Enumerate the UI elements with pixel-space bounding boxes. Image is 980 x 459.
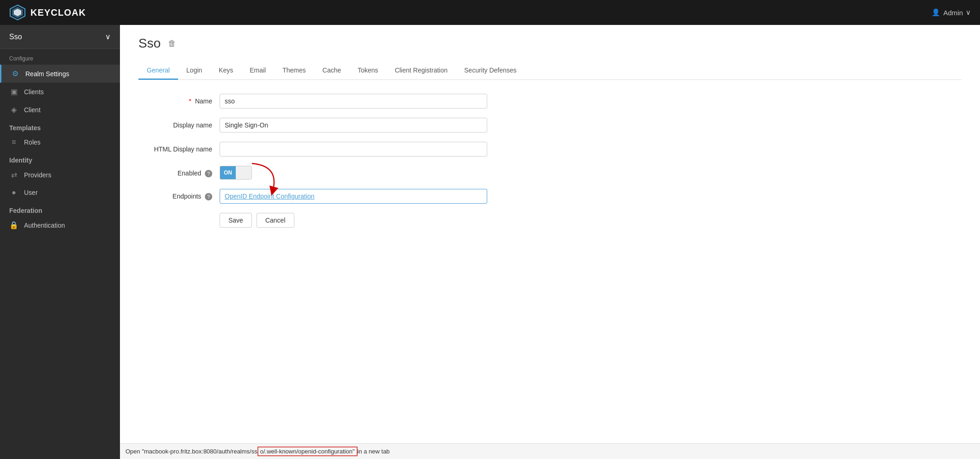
enabled-help-icon[interactable]: ?	[205, 170, 212, 177]
realm-selector[interactable]: Sso ∨	[0, 25, 120, 49]
sidebar-item-user[interactable]: ● User	[0, 184, 120, 201]
form-buttons: Save Cancel	[220, 213, 962, 228]
realm-settings-form: * Name Display name	[138, 94, 962, 228]
display-name-field-control	[220, 118, 487, 133]
lock-icon: 🔒	[9, 221, 18, 230]
realm-name: Sso	[9, 33, 22, 41]
realm-chevron-icon: ∨	[105, 32, 111, 41]
display-name-field-row: Display name	[138, 118, 962, 133]
clients-icon: ▣	[9, 87, 18, 96]
sidebar-item-label: Clients	[24, 88, 44, 96]
topbar: KEYCLOAK 👤 Admin ∨	[0, 0, 980, 25]
tab-tokens[interactable]: Tokens	[349, 62, 386, 80]
page-title-row: Sso 🗑	[138, 36, 962, 51]
sidebar-item-roles[interactable]: ≡ Roles	[0, 133, 120, 151]
sidebar-item-label: Client	[24, 106, 41, 114]
user-chevron-icon: ∨	[966, 8, 971, 17]
openid-endpoint-link[interactable]: OpenID Endpoint Configuration	[225, 193, 315, 200]
tab-general[interactable]: General	[138, 62, 178, 80]
identity-section-label: Identity	[0, 151, 120, 166]
tab-login[interactable]: Login	[178, 62, 210, 80]
name-field-row: * Name	[138, 94, 962, 109]
required-asterisk: *	[189, 97, 191, 105]
statusbar: Open "macbook-pro.fritz.box:8080/auth/re…	[120, 443, 980, 459]
endpoints-help-icon[interactable]: ?	[205, 193, 212, 200]
content-area: Sso 🗑 General Login Keys Email Themes	[120, 25, 980, 459]
roles-icon: ≡	[9, 138, 18, 146]
toggle-on-label: ON	[220, 166, 236, 179]
endpoints-label: Endpoints ?	[138, 189, 212, 200]
endpoints-field-row: Endpoints ? OpenID Endpoint Configuratio…	[138, 189, 962, 204]
federation-section-label: Federation	[0, 201, 120, 216]
save-button[interactable]: Save	[220, 213, 252, 228]
delete-realm-button[interactable]: 🗑	[168, 39, 176, 48]
endpoints-box: OpenID Endpoint Configuration	[220, 189, 487, 204]
name-label: * Name	[138, 94, 212, 105]
name-input[interactable]	[220, 94, 487, 109]
logo-text: KEYCLOAK	[30, 7, 86, 18]
html-display-name-input[interactable]	[220, 142, 487, 157]
enabled-toggle-control: ON	[220, 166, 487, 180]
display-name-input[interactable]	[220, 118, 487, 133]
sidebar: Sso ∨ Configure ⚙ Realm Settings ▣ Clien…	[0, 25, 120, 459]
enabled-field-row: Enabled ? ON	[138, 166, 962, 180]
tab-security-defenses[interactable]: Security Defenses	[456, 62, 525, 80]
main-layout: Sso ∨ Configure ⚙ Realm Settings ▣ Clien…	[0, 25, 980, 459]
page-title: Sso	[138, 36, 161, 51]
statusbar-highlight: o/.well-known/openid-configuration"	[257, 447, 358, 456]
tab-keys[interactable]: Keys	[210, 62, 241, 80]
tab-client-registration[interactable]: Client Registration	[387, 62, 456, 80]
html-display-name-label: HTML Display name	[138, 142, 212, 153]
display-name-label: Display name	[138, 118, 212, 129]
statusbar-prefix: Open "macbook-pro.fritz.box:8080/auth/re…	[125, 448, 257, 455]
sidebar-item-realm-settings[interactable]: ⚙ Realm Settings	[0, 65, 120, 83]
user-icon: ●	[9, 188, 18, 197]
user-name: Admin	[943, 9, 963, 17]
statusbar-suffix: in a new tab	[358, 448, 390, 455]
user-menu[interactable]: 👤 Admin ∨	[932, 8, 971, 17]
sidebar-item-client[interactable]: ◈ Client	[0, 101, 120, 119]
logo: KEYCLOAK	[9, 4, 86, 21]
sidebar-item-label: Authentication	[24, 222, 65, 229]
tab-cache[interactable]: Cache	[314, 62, 349, 80]
sidebar-item-label: User	[24, 189, 38, 196]
sidebar-item-authentication[interactable]: 🔒 Authentication	[0, 216, 120, 234]
settings-icon: ⚙	[11, 69, 20, 78]
enabled-toggle[interactable]: ON	[220, 166, 252, 180]
cancel-button[interactable]: Cancel	[257, 213, 294, 228]
sidebar-item-clients[interactable]: ▣ Clients	[0, 83, 120, 101]
sidebar-item-label: Roles	[24, 139, 41, 146]
sidebar-item-label: Realm Settings	[25, 70, 69, 78]
providers-icon: ⇄	[9, 170, 18, 179]
name-field-control	[220, 94, 487, 109]
keycloak-logo-icon	[9, 4, 26, 21]
configure-section-label: Configure	[0, 49, 120, 65]
toggle-off-area	[236, 166, 251, 179]
html-display-name-field-control	[220, 142, 487, 157]
templates-section-label: Templates	[0, 119, 120, 133]
user-icon: 👤	[932, 8, 940, 17]
tabs-container: General Login Keys Email Themes Cache	[138, 62, 962, 80]
html-display-name-field-row: HTML Display name	[138, 142, 962, 157]
sidebar-item-providers[interactable]: ⇄ Providers	[0, 166, 120, 184]
client-icon: ◈	[9, 105, 18, 114]
tab-themes[interactable]: Themes	[274, 62, 314, 80]
enabled-label: Enabled ?	[138, 166, 212, 177]
sidebar-item-label: Providers	[24, 171, 51, 179]
tab-email[interactable]: Email	[241, 62, 274, 80]
